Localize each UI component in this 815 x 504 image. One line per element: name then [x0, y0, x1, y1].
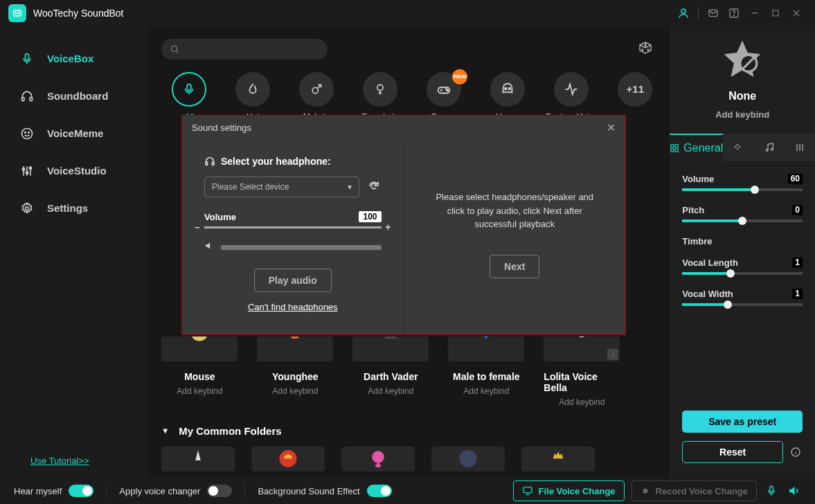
user-icon[interactable] [673, 3, 694, 24]
file-voice-change-button[interactable]: File Voice Change [513, 480, 625, 501]
category-all[interactable]: All [168, 72, 210, 122]
svg-point-23 [26, 206, 29, 210]
modal-volume-slider[interactable]: − + [204, 226, 382, 228]
sidebar-item-voicebox[interactable]: VoiceBox [0, 40, 147, 78]
category-feature[interactable]: Feature Voice [550, 72, 592, 122]
category-more[interactable]: +11 [614, 72, 656, 122]
minimize-icon[interactable] [744, 3, 765, 24]
category-hot[interactable]: Hot [232, 72, 274, 122]
svg-rect-51 [671, 149, 674, 152]
hear-myself-toggle[interactable] [69, 485, 93, 497]
mail-icon[interactable] [703, 3, 724, 24]
refresh-icon[interactable] [368, 180, 382, 194]
chevron-down-icon: ▾ [348, 182, 352, 192]
speaker-footer-icon[interactable] [786, 483, 801, 498]
sliders-icon [19, 163, 35, 179]
sidebar-item-soundboard[interactable]: Soundboard [0, 78, 147, 115]
info-icon[interactable] [789, 447, 803, 458]
sidebar-item-label: Settings [47, 202, 88, 214]
sidebar: VoiceBox Soundboard VoiceMeme VoiceStudi… [0, 26, 147, 478]
vocal-width-slider[interactable] [682, 303, 803, 306]
category-horror[interactable]: Horror [487, 72, 528, 122]
cant-find-link[interactable]: Can't find headphones [204, 302, 382, 312]
save-preset-button[interactable]: Save as preset [682, 411, 803, 433]
folder-item[interactable] [341, 447, 415, 471]
category-female-to[interactable]: Female to [359, 72, 401, 122]
vocal-length-slider[interactable] [682, 272, 803, 275]
sidebar-item-label: VoiceMeme [47, 127, 103, 139]
voice-item[interactable]: Younghee Add keybind [257, 336, 333, 407]
voice-item[interactable]: Male to female Add keybind [448, 336, 524, 407]
bg-effect-toggle[interactable] [367, 485, 392, 497]
app-title: WooTechy SoundBot [33, 8, 124, 19]
svg-point-27 [647, 49, 649, 51]
svg-point-14 [22, 128, 33, 138]
app-logo [8, 4, 26, 22]
pitch-slider[interactable] [682, 219, 803, 222]
volume-slider[interactable] [682, 188, 803, 191]
help-icon[interactable] [724, 3, 744, 24]
close-icon[interactable] [786, 3, 807, 24]
audio-level-bar [221, 245, 382, 250]
apply-changer-label: Apply voice changer [119, 486, 200, 496]
sidebar-item-settings[interactable]: Settings [0, 190, 147, 227]
tab-music[interactable] [754, 134, 785, 161]
svg-point-63 [643, 489, 647, 494]
voice-item[interactable]: Mouse Add keybind [161, 336, 238, 407]
folder-item[interactable] [521, 447, 595, 471]
svg-point-34 [447, 89, 449, 91]
random-icon[interactable] [635, 39, 656, 60]
maximize-icon[interactable] [765, 3, 786, 24]
svg-rect-65 [206, 162, 208, 165]
tutorial-link[interactable]: Use Tutorial>> [0, 456, 147, 478]
svg-rect-50 [676, 144, 679, 147]
svg-rect-61 [523, 487, 532, 493]
headphones-icon [204, 156, 215, 167]
tab-eq[interactable] [785, 134, 815, 161]
svg-point-53 [766, 149, 768, 151]
reset-button[interactable]: Reset [682, 441, 783, 463]
voice-item[interactable]: Darth Vader Add keybind [352, 336, 429, 407]
sidebar-item-voicestudio[interactable]: VoiceStudio [0, 152, 147, 190]
right-panel: None Add keybind General Volume60 Pitch0… [670, 26, 815, 478]
next-button[interactable]: Next [490, 255, 539, 278]
minus-icon[interactable]: − [195, 222, 200, 233]
folder-item[interactable] [251, 447, 325, 471]
new-badge: NEW [452, 69, 467, 84]
mic-footer-icon[interactable] [764, 483, 779, 498]
folder-item[interactable] [431, 447, 505, 471]
svg-point-37 [192, 336, 207, 341]
section-folders[interactable]: ▼ My Common Folders [161, 425, 656, 437]
svg-rect-13 [30, 97, 32, 100]
svg-point-36 [509, 87, 511, 89]
svg-point-43 [577, 336, 587, 337]
category-male-to[interactable]: Male to [296, 72, 337, 122]
voice-item[interactable]: ↓ Lolita Voice Bella Add keybind [544, 336, 620, 407]
svg-point-16 [28, 132, 30, 133]
svg-line-25 [177, 51, 179, 53]
search-input[interactable] [161, 39, 328, 60]
modal-close-icon[interactable]: ✕ [607, 121, 616, 134]
device-select[interactable]: Please Select device ▾ [204, 177, 359, 197]
svg-point-24 [172, 46, 177, 51]
svg-rect-52 [676, 149, 679, 152]
sidebar-item-voicememe[interactable]: VoiceMeme [0, 115, 147, 152]
voice-grid: Mouse Add keybind Younghee Add keybind D… [161, 336, 656, 407]
preset-star-icon [719, 37, 765, 83]
record-voice-change-button[interactable]: Record Voice Change [632, 480, 757, 501]
svg-rect-11 [26, 53, 29, 60]
modal-volume-label: Volume [204, 212, 236, 222]
tab-general[interactable]: General [670, 134, 723, 161]
svg-rect-49 [671, 144, 674, 147]
category-games[interactable]: NEW Games [423, 72, 465, 122]
apply-changer-toggle[interactable] [207, 485, 232, 497]
preset-keybind[interactable]: Add keybind [670, 109, 815, 120]
monitor-icon [522, 485, 533, 496]
folder-item[interactable] [161, 447, 235, 471]
svg-rect-8 [773, 10, 778, 16]
tab-effects[interactable] [723, 134, 753, 161]
play-audio-button[interactable]: Play audio [254, 269, 332, 292]
smile-icon [19, 126, 35, 141]
plus-icon[interactable]: + [385, 222, 391, 233]
gear-icon [19, 201, 35, 216]
